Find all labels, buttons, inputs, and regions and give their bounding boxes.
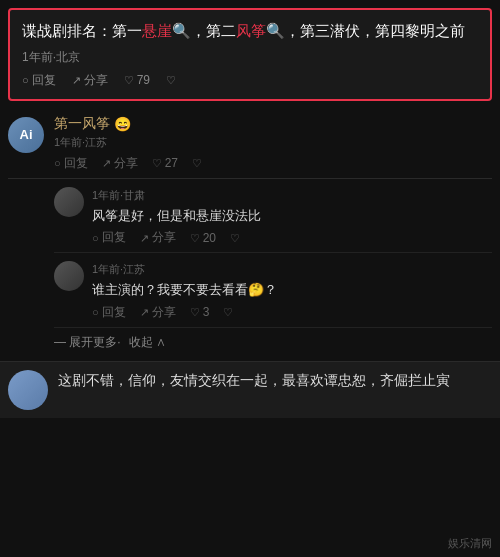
like-btn[interactable]: 27 [152, 156, 178, 170]
expand-more-label[interactable]: — 展开更多· [54, 334, 121, 351]
fav-btn[interactable] [192, 156, 202, 170]
comment-item: Ai 第一风筝 😄 1年前·江苏 回复 分享 [8, 105, 492, 179]
share-icon [72, 73, 81, 87]
fav-btn[interactable] [230, 231, 240, 245]
heart-button[interactable] [166, 73, 176, 87]
highlight-xuanya: 悬崖 [142, 22, 172, 39]
highlight-fengzheng: 风筝 [236, 22, 266, 39]
top-comment-block: 谍战剧排名：第一悬崖🔍，第二风筝🔍，第三潜伏，第四黎明之前 1年前·北京 回复 … [8, 8, 492, 101]
reply-text: 风筝是好，但是和悬崖没法比 [92, 206, 492, 226]
bottom-avatar [8, 370, 48, 410]
heart-icon [152, 156, 162, 170]
like-btn[interactable]: 20 [190, 231, 216, 245]
reply-location: 1年前·甘肃 [92, 188, 492, 203]
reply-inner: 1年前·甘肃 风筝是好，但是和悬崖没法比 回复 分享 [54, 187, 492, 247]
top-comment-meta: 1年前·北京 [22, 49, 478, 66]
watermark: 娱乐清网 [448, 536, 492, 551]
heart-icon [190, 305, 200, 319]
heart-empty-icon [223, 305, 233, 319]
emoji-icon: 😄 [114, 116, 131, 132]
reply-actions: 回复 分享 3 [92, 304, 492, 321]
reply-location: 1年前·江苏 [92, 262, 492, 277]
reply-btn[interactable]: 回复 [54, 155, 88, 172]
like-btn[interactable]: 3 [190, 305, 210, 319]
reply-avatar [54, 261, 84, 291]
collapse-label[interactable]: 收起 ∧ [129, 334, 166, 351]
heart-icon [190, 231, 200, 245]
heart-empty-icon [166, 73, 176, 87]
share-button[interactable]: 分享 [72, 72, 108, 89]
reply-body: 1年前·甘肃 风筝是好，但是和悬崖没法比 回复 分享 [92, 187, 492, 247]
share-btn[interactable]: 分享 [140, 304, 176, 321]
reply-icon [22, 73, 29, 87]
share-icon [140, 231, 149, 245]
like-button[interactable]: 79 [124, 73, 150, 87]
top-comment-text: 谍战剧排名：第一悬崖🔍，第二风筝🔍，第三潜伏，第四黎明之前 [22, 20, 478, 43]
avatar: Ai [8, 117, 44, 153]
share-icon [140, 305, 149, 319]
reply-btn[interactable]: 回复 [92, 304, 126, 321]
heart-icon [124, 73, 134, 87]
reply-inner: 1年前·江苏 谁主演的？我要不要去看看🤔？ 回复 分享 [54, 261, 492, 321]
heart-empty-icon [230, 231, 240, 245]
reply-button[interactable]: 回复 [22, 72, 56, 89]
comment-location: 1年前·江苏 [54, 135, 492, 150]
reply-avatar [54, 187, 84, 217]
bottom-text: 这剧不错，信仰，友情交织在一起，最喜欢谭忠恕，齐倔拦止寅 [58, 370, 492, 391]
bottom-body: 这剧不错，信仰，友情交织在一起，最喜欢谭忠恕，齐倔拦止寅 [58, 370, 492, 391]
comment-body: 第一风筝 😄 1年前·江苏 回复 分享 27 [54, 115, 492, 172]
share-icon [102, 156, 111, 170]
top-comment-actions: 回复 分享 79 [22, 72, 478, 89]
share-btn[interactable]: 分享 [140, 229, 176, 246]
main-container: 谍战剧排名：第一悬崖🔍，第二风筝🔍，第三潜伏，第四黎明之前 1年前·北京 回复 … [0, 0, 500, 557]
comment-actions: 回复 分享 27 [54, 155, 492, 172]
reply-item: 1年前·甘肃 风筝是好，但是和悬崖没法比 回复 分享 [54, 179, 492, 254]
reply-item: 1年前·江苏 谁主演的？我要不要去看看🤔？ 回复 分享 [54, 253, 492, 328]
bottom-comment: 这剧不错，信仰，友情交织在一起，最喜欢谭忠恕，齐倔拦止寅 [0, 361, 500, 418]
comment-username: 第一风筝 😄 [54, 115, 492, 133]
heart-empty-icon [192, 156, 202, 170]
comments-section: Ai 第一风筝 😄 1年前·江苏 回复 分享 [0, 101, 500, 361]
reply-icon [92, 305, 99, 319]
reply-icon [54, 156, 61, 170]
reply-btn[interactable]: 回复 [92, 229, 126, 246]
fav-btn[interactable] [223, 305, 233, 319]
expand-more-row: — 展开更多· 收起 ∧ [54, 328, 492, 357]
reply-body: 1年前·江苏 谁主演的？我要不要去看看🤔？ 回复 分享 [92, 261, 492, 321]
share-btn[interactable]: 分享 [102, 155, 138, 172]
reply-text: 谁主演的？我要不要去看看🤔？ [92, 280, 492, 300]
reply-icon [92, 231, 99, 245]
reply-actions: 回复 分享 20 [92, 229, 492, 246]
